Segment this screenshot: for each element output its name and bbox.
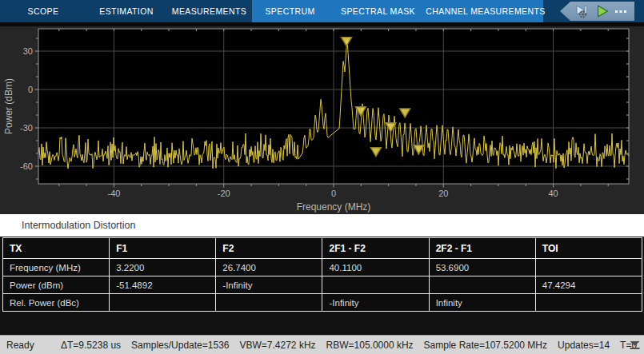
run-controls-banner	[560, 2, 634, 21]
svg-text:30: 30	[23, 46, 33, 56]
tab-scope[interactable]: SCOPE	[0, 0, 86, 22]
row-label: Rel. Power (dBc)	[3, 294, 110, 312]
cell-value	[322, 276, 429, 294]
cell-value: 26.7400	[216, 259, 322, 276]
row-label: Frequency (MHz)	[3, 259, 110, 276]
svg-text:Frequency (MHz): Frequency (MHz)	[297, 201, 371, 213]
col-header-f2: F2	[216, 238, 322, 259]
toolstrip: SCOPE ESTIMATION MEASUREMENTS SPECTRUM S…	[0, 0, 644, 22]
cell-value	[216, 294, 322, 312]
measurement-panel-title: Intermodulation Distortion	[22, 220, 135, 231]
cell-value: Infinity	[429, 294, 535, 312]
cell-value: 47.4294	[535, 276, 642, 294]
col-header-f1: F1	[110, 238, 216, 259]
more-options-icon[interactable]	[615, 10, 627, 14]
svg-text:40: 40	[548, 189, 558, 198]
svg-text:Power (dBm): Power (dBm)	[3, 78, 14, 134]
measurement-panel-header: Intermodulation Distortion	[0, 214, 644, 237]
cell-value: 3.2200	[110, 259, 216, 276]
cell-value: 53.6900	[429, 259, 535, 276]
tab-spectrum[interactable]: SPECTRUM	[252, 0, 328, 22]
col-header-toi: TOI	[535, 238, 642, 259]
table-row: Frequency (MHz) 3.2200 26.7400 40.1100 5…	[3, 259, 642, 276]
col-header-tx: TX	[3, 238, 110, 259]
cell-value	[535, 259, 642, 276]
row-label: Power (dBm)	[3, 276, 110, 294]
status-updates: Updates=14	[558, 340, 610, 351]
table-header-row: TX F1 F2 2F1 - F2 2F2 - F1 TOI	[3, 238, 642, 259]
status-rbw: RBW=105.0000 kHz	[326, 340, 414, 351]
svg-text:-60: -60	[20, 161, 33, 171]
tab-measurements[interactable]: MEASUREMENTS	[166, 0, 252, 22]
col-header-2f1-f2: 2F1 - F2	[322, 238, 429, 259]
status-samples-per-update: Samples/Update=1536	[131, 340, 229, 351]
cell-value: -Infinity	[216, 276, 322, 294]
table-row: Power (dBm) -51.4892 -Infinity 47.4294	[3, 276, 642, 294]
spectrum-plot-panel: -40-2002040300-30-60Frequency (MHz)Power…	[0, 26, 644, 214]
status-vbw: VBW=7.4272 kHz	[240, 340, 316, 351]
step-options-icon[interactable]	[574, 3, 590, 19]
intermod-table-section: TX F1 F2 2F1 - F2 2F2 - F1 TOI Frequency…	[0, 237, 644, 335]
intermod-table: TX F1 F2 2F1 - F2 2F2 - F1 TOI Frequency…	[2, 237, 642, 312]
spectrum-plot[interactable]: -40-2002040300-30-60Frequency (MHz)Power…	[0, 26, 644, 214]
svg-text:0: 0	[331, 189, 336, 198]
col-header-2f2-f1: 2F2 - F1	[429, 238, 535, 259]
collapse-statusbar-icon[interactable]	[630, 340, 640, 352]
status-sample-rate: Sample Rate=107.5200 MHz	[424, 340, 547, 351]
svg-text:20: 20	[438, 189, 448, 198]
status-bar: Ready ΔT=9.5238 us Samples/Update=1536 V…	[0, 335, 644, 354]
svg-text:-20: -20	[218, 189, 230, 198]
svg-text:0: 0	[28, 85, 33, 94]
cell-value	[429, 276, 535, 294]
run-icon[interactable]	[595, 4, 610, 18]
tab-channel-measurements[interactable]: CHANNEL MEASUREMENTS	[428, 0, 543, 22]
cell-value: -51.4892	[110, 276, 216, 294]
status-metrics: ΔT=9.5238 us Samples/Update=1536 VBW=7.4…	[61, 340, 638, 351]
svg-text:-40: -40	[107, 189, 120, 198]
tab-spectral-mask[interactable]: SPECTRAL MASK	[328, 0, 428, 22]
svg-text:-30: -30	[20, 123, 33, 133]
table-row: Rel. Power (dBc) -Infinity Infinity	[3, 294, 642, 312]
tab-estimation[interactable]: ESTIMATION	[86, 0, 166, 22]
spectrum-analyzer-window: SCOPE ESTIMATION MEASUREMENTS SPECTRUM S…	[0, 0, 644, 354]
cell-value	[535, 294, 642, 312]
cell-value	[110, 294, 216, 312]
status-delta-t: ΔT=9.5238 us	[61, 340, 121, 351]
status-state: Ready	[6, 340, 61, 351]
cell-value: -Infinity	[322, 294, 429, 312]
cell-value: 40.1100	[322, 259, 429, 276]
